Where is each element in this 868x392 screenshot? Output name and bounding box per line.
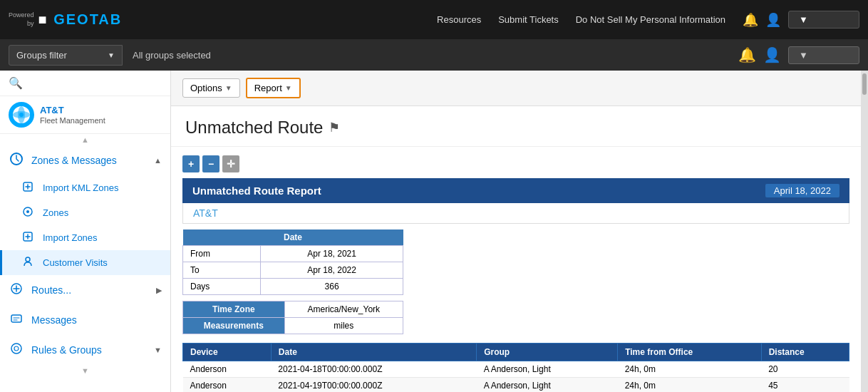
sidebar-section-rules-groups[interactable]: Rules & Groups ▼ — [0, 335, 170, 365]
groups-filter-button[interactable]: Groups filter ▼ — [9, 45, 123, 66]
cell-timeFromOffice: 24h, 0m — [618, 378, 762, 393]
cell-distance: 45 — [761, 378, 849, 393]
options-arrow-icon: ▼ — [225, 84, 232, 92]
sidebar-item-zones[interactable]: Zones — [0, 200, 170, 225]
filter-bar-user-icon[interactable]: 👤 — [763, 46, 781, 63]
col-group: Group — [477, 344, 618, 361]
svg-point-13 — [11, 344, 21, 354]
sidebar: 🔍 AT&T Fleet Management ▲ — [0, 71, 171, 392]
cell-timeFromOffice: 24h, 0m — [618, 361, 762, 378]
page-title: Unmatched Route — [185, 118, 323, 138]
company-name-area: AT&T Fleet Management — [40, 105, 105, 125]
options-button[interactable]: Options ▼ — [182, 78, 240, 98]
svg-point-8 — [26, 210, 29, 213]
zones-messages-chevron-icon: ▲ — [154, 156, 162, 165]
timezone-label: Time Zone — [183, 301, 285, 318]
top-bar: Powered by ■ GEOTAB Resources Submit Tic… — [0, 0, 868, 39]
page-title-area: Unmatched Route ⚑ — [171, 106, 861, 147]
cell-distance: 20 — [761, 361, 849, 378]
col-time-from-office: Time from Office — [618, 344, 762, 361]
report-date: April 18, 2022 — [765, 184, 839, 197]
do-not-sell-link[interactable]: Do Not Sell My Personal Information — [576, 14, 725, 25]
user-dropdown[interactable]: ▼ — [788, 11, 859, 29]
report-company: AT&T — [182, 203, 849, 224]
col-device: Device — [183, 344, 272, 361]
rules-groups-label: Rules & Groups — [31, 344, 147, 356]
zones-icon — [20, 206, 36, 220]
user-profile-icon[interactable]: 👤 — [765, 12, 781, 28]
filter-bar-bell-icon[interactable]: 🔔 — [738, 46, 756, 63]
sidebar-item-import-zones[interactable]: Import Zones — [0, 225, 170, 250]
col-date: Date — [271, 344, 476, 361]
submit-tickets-link[interactable]: Submit Tickets — [498, 14, 559, 25]
cell-date: 2021-04-19T00:00:00.000Z — [271, 378, 476, 393]
date-from-label: From — [183, 246, 261, 262]
sidebar-section-messages[interactable]: Messages — [0, 305, 170, 335]
table-row: Anderson2021-04-18T00:00:00.000ZA Anders… — [183, 361, 849, 378]
sidebar-scroll-area: ▲ Zones & Messages ▲ Import KML Zones — [0, 134, 170, 392]
all-groups-text: All groups selected — [123, 50, 221, 61]
measurements-value: miles — [284, 318, 403, 334]
report-title: Unmatched Route Report — [192, 185, 321, 197]
routes-chevron-icon: ▶ — [156, 286, 162, 295]
routes-label: Routes... — [31, 284, 149, 296]
cell-date: 2021-04-18T00:00:00.000Z — [271, 361, 476, 378]
report-label: Report — [254, 83, 282, 93]
report-zoom-controls: + − ✛ — [182, 155, 849, 172]
right-scrollbar[interactable] — [861, 71, 868, 392]
top-navigation: Resources Submit Tickets Do Not Sell My … — [437, 14, 725, 25]
notifications-bell-icon[interactable]: 🔔 — [743, 12, 758, 28]
report-arrow-icon: ▼ — [285, 84, 292, 92]
date-to-value: Apr 18, 2022 — [261, 262, 403, 279]
resources-link[interactable]: Resources — [437, 14, 481, 25]
search-icon[interactable]: 🔍 — [9, 76, 23, 90]
svg-rect-12 — [11, 315, 21, 322]
report-content: + − ✛ Unmatched Route Report April 18, 2… — [171, 147, 861, 392]
import-kml-zones-icon — [20, 181, 36, 195]
filter-bar-user-dropdown[interactable]: ▼ — [788, 46, 859, 64]
measurements-label: Measurements — [183, 318, 285, 334]
att-logo-circle — [9, 102, 34, 128]
top-right-controls: 🔔 👤 ▼ — [743, 11, 859, 29]
customer-visits-label: Customer Visits — [43, 257, 108, 268]
rules-groups-chevron-icon: ▼ — [154, 346, 162, 354]
zoom-in-button[interactable]: + — [182, 155, 200, 172]
cell-device: Anderson — [183, 361, 272, 378]
table-row: Days 366 — [183, 279, 403, 295]
zoom-reset-button[interactable]: ✛ — [222, 155, 239, 172]
filter-bar-right: 🔔 👤 ▼ — [738, 46, 859, 64]
att-logo-svg — [9, 103, 33, 127]
import-zones-label: Import Zones — [43, 232, 98, 243]
user-dropdown-arrow-icon: ▼ — [799, 14, 808, 25]
date-info-table: Date From Apr 18, 2021 To Apr 18, 2022 — [182, 229, 403, 295]
table-row: From Apr 18, 2021 — [183, 246, 403, 262]
sidebar-item-import-kml-zones[interactable]: Import KML Zones — [0, 175, 170, 200]
table-row: Time Zone America/New_York — [183, 301, 403, 318]
groups-filter-label: Groups filter — [16, 50, 67, 61]
import-kml-zones-label: Import KML Zones — [43, 182, 118, 193]
date-to-label: To — [183, 262, 261, 279]
content-body: Unmatched Route ⚑ + − ✛ Unmatched Route … — [171, 106, 861, 392]
sidebar-scroll-down-indicator: ▼ — [0, 365, 170, 376]
sidebar-item-customer-visits[interactable]: Customer Visits — [0, 250, 170, 275]
days-label: Days — [183, 279, 261, 295]
date-from-value: Apr 18, 2021 — [261, 246, 403, 262]
company-name: AT&T — [40, 105, 105, 117]
zoom-out-button[interactable]: − — [202, 155, 219, 172]
bookmark-icon[interactable]: ⚑ — [329, 120, 340, 135]
col-distance: Distance — [761, 344, 849, 361]
logo-area: Powered by ■ GEOTAB — [9, 11, 122, 28]
zones-messages-icon — [9, 153, 24, 168]
report-button[interactable]: Report ▼ — [246, 78, 301, 98]
sidebar-section-zones-messages[interactable]: Zones & Messages ▲ — [0, 145, 170, 175]
report-header: Unmatched Route Report April 18, 2022 — [182, 178, 849, 203]
rules-groups-icon — [9, 342, 24, 358]
import-zones-icon — [20, 231, 36, 244]
content-area: Options ▼ Report ▼ Unmatched Route ⚑ + − — [171, 71, 861, 392]
messages-icon — [9, 312, 24, 328]
sidebar-section-routes[interactable]: Routes... ▶ — [0, 275, 170, 305]
routes-icon — [9, 282, 24, 298]
company-subtitle: Fleet Management — [40, 116, 105, 125]
scrollbar-thumb — [862, 73, 867, 95]
content-toolbar: Options ▼ Report ▼ — [171, 71, 861, 106]
